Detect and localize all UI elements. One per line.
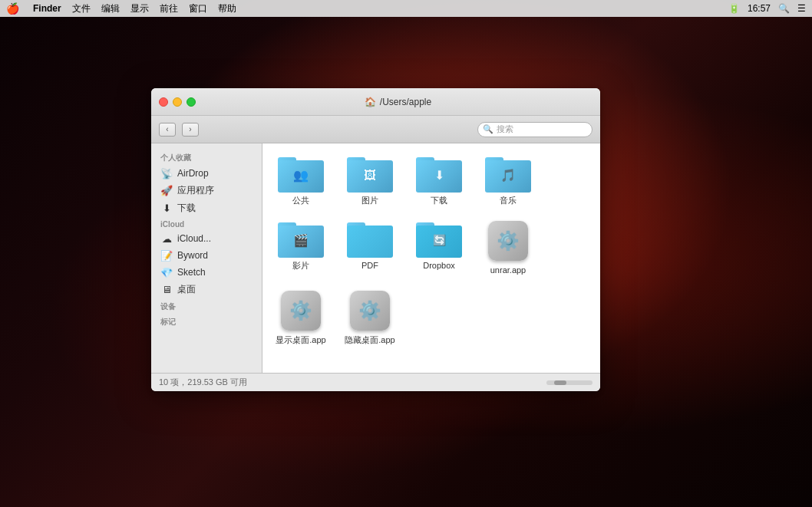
file-grid: 👥 公共 🖼 图片 [270,151,592,349]
hide-desktop-app-icon: ⚙️ [348,289,391,332]
file-label-show-desktop: 显示桌面.app [276,335,325,345]
search-icon: 🔍 [483,124,493,134]
file-item-pdf[interactable]: PDF [339,216,401,278]
file-area[interactable]: 👥 公共 🖼 图片 [262,143,600,373]
apple-menu[interactable]: 🍎 [6,2,19,15]
sidebar-byword-label: Byword [177,250,208,261]
desktop: 🍎 Finder AirDrop 文件 编辑 显示 前往 窗口 帮助 🔋 16:… [0,0,812,507]
sidebar-item-icloud[interactable]: ☁ iCloud... [151,230,262,247]
menubar-search-icon[interactable]: 🔍 [778,3,790,14]
file-label-pictures: 图片 [361,196,378,206]
file-label-unrar: unrar.app [490,265,526,275]
sidebar-airdrop-label: AirDrop [177,168,209,179]
sidebar-tags-label: 标记 [151,314,262,329]
status-bar: 10 项，219.53 GB 可用 [151,373,600,391]
sidebar: 个人收藏 📡 AirDrop 🚀 应用程序 ⬇ 下载 iCloud ☁ iClo… [151,143,262,373]
file-item-music[interactable]: 🎵 音乐 [477,151,539,209]
sidebar-devices-label: 设备 [151,298,262,314]
airdrop-icon: 📡 [160,167,173,179]
icloud-icon: ☁ [160,232,173,245]
menubar-go[interactable]: 前往 [160,2,178,15]
file-label-music: 音乐 [500,196,517,206]
file-label-public: 公共 [292,196,309,206]
sidebar-personal-label: 个人收藏 [151,150,262,165]
sidebar-item-airdrop[interactable]: 📡 AirDrop [151,165,262,182]
sidebar-desktop-label: 桌面 [177,283,196,296]
menubar-help[interactable]: 帮助 [218,2,236,15]
file-label-hide-desktop: 隐藏桌面.app [345,335,394,345]
back-button[interactable]: ‹ [159,123,176,137]
sidebar-downloads-label: 下载 [177,202,196,215]
sidebar-icloud-label: iCloud [151,217,262,230]
menubar-edit[interactable]: 编辑 [101,2,120,15]
sidebar-item-downloads[interactable]: ⬇ 下载 [151,199,262,217]
menubar-finder[interactable]: Finder [33,3,61,14]
close-button[interactable] [159,97,168,107]
byword-icon: 📝 [160,249,173,262]
unrar-app-icon: ⚙️ [487,219,530,262]
sidebar-item-sketch[interactable]: 💎 Sketch [151,264,262,281]
search-placeholder: 搜索 [497,123,513,135]
sketch-icon: 💎 [160,266,173,278]
show-desktop-app-icon: ⚙️ [279,289,322,332]
downloads-icon: ⬇ [160,202,173,215]
main-area: 个人收藏 📡 AirDrop 🚀 应用程序 ⬇ 下载 iCloud ☁ iClo… [151,143,600,373]
title-folder-icon: 🏠 [365,97,376,107]
menubar-menu-icon[interactable]: ☰ [797,3,806,14]
file-item-downloads[interactable]: ⬇ 下载 [408,151,470,209]
file-item-hide-desktop[interactable]: ⚙️ 隐藏桌面.app [339,286,401,348]
sidebar-item-applications[interactable]: 🚀 应用程序 [151,182,262,199]
window-title: 🏠 /Users/apple [203,97,592,107]
scroll-thumb [554,380,566,385]
window-title-text: /Users/apple [380,97,431,107]
menubar-window[interactable]: 窗口 [189,2,207,15]
file-item-unrar[interactable]: ⚙️ unrar.app [477,216,539,278]
sidebar-item-byword[interactable]: 📝 Byword [151,247,262,264]
file-item-public[interactable]: 👥 公共 [270,151,332,209]
desktop-icon: 🖥 [160,284,173,296]
search-box[interactable]: 🔍 搜索 [477,122,592,137]
menubar-file[interactable]: 文件 [72,2,91,15]
sidebar-applications-label: 应用程序 [177,184,214,197]
menubar-battery-icon: 🔋 [728,3,740,14]
forward-button[interactable]: › [182,123,199,137]
finder-window: 🏠 /Users/apple ‹ › 🔍 搜索 个人收藏 📡 AirDrop [151,88,600,391]
menubar-time: 16:57 [748,3,771,14]
applications-icon: 🚀 [160,185,173,197]
file-item-movies[interactable]: 🎬 影片 [270,216,332,278]
file-label-pdf: PDF [361,261,378,271]
toolbar: ‹ › 🔍 搜索 [151,116,600,143]
menubar-right: 🔋 16:57 🔍 ☰ [728,3,806,14]
menubar-view[interactable]: 显示 [130,2,149,15]
maximize-button[interactable] [186,97,196,107]
menubar: 🍎 Finder AirDrop 文件 编辑 显示 前往 窗口 帮助 🔋 16:… [0,0,812,17]
sidebar-icloud-label2: iCloud... [177,233,211,244]
title-bar: 🏠 /Users/apple [151,88,600,116]
scroll-indicator [546,380,592,385]
traffic-lights [159,97,196,107]
file-label-dropbox: Dropbox [423,261,455,271]
file-item-pictures[interactable]: 🖼 图片 [339,151,401,209]
file-item-show-desktop[interactable]: ⚙️ 显示桌面.app [270,286,332,348]
status-text: 10 项，219.53 GB 可用 [159,377,247,388]
sidebar-item-desktop[interactable]: 🖥 桌面 [151,281,262,298]
sidebar-sketch-label: Sketch [177,267,206,278]
minimize-button[interactable] [173,97,182,107]
scroll-area [546,380,592,385]
file-item-dropbox[interactable]: 🔄 Dropbox [408,216,470,278]
file-label-downloads: 下载 [431,196,447,206]
file-label-movies: 影片 [292,261,309,271]
